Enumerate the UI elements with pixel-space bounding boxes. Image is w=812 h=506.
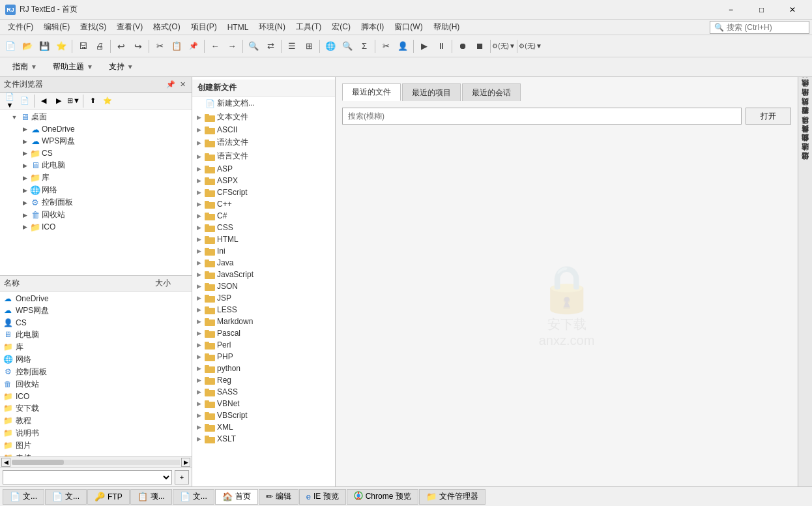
new-file-item[interactable]: ▶ VBScript	[192, 409, 335, 421]
new-file-item[interactable]: ▶ HTML	[192, 233, 335, 245]
redo-btn[interactable]: ↪	[130, 38, 146, 54]
new-file-item[interactable]: ▶ VBNet	[192, 398, 335, 409]
new-file-item[interactable]: ▶ SASS	[192, 386, 335, 398]
person-btn[interactable]: 👤	[395, 38, 411, 54]
script-btn[interactable]: ⚙(无)▼	[520, 38, 541, 54]
star-btn[interactable]: ⭐	[53, 38, 69, 54]
new-doc-item[interactable]: 📄 新建文档...	[192, 97, 335, 110]
bottom-tab-chrome[interactable]: Chrome 预览	[347, 489, 418, 505]
sidebar-indent-state[interactable]: 缩进状态	[799, 153, 811, 160]
new-file-item[interactable]: ▶ Pascal	[192, 327, 335, 339]
list-item[interactable]: 🖥 此电脑	[0, 329, 192, 341]
menu-project[interactable]: 项目(P)	[186, 20, 222, 34]
file-search-input[interactable]	[342, 108, 742, 125]
search2-btn[interactable]: 🔍	[340, 38, 355, 54]
cut-btn[interactable]: ✂	[152, 38, 167, 54]
menu-search-input[interactable]	[727, 23, 805, 32]
format2-btn[interactable]: ⊞	[301, 38, 317, 54]
list-item[interactable]: 📁 图片	[0, 439, 192, 452]
new-file-item[interactable]: ▶ LESS	[192, 304, 335, 316]
tree-item-network[interactable]: ▶ 🌐 网络	[0, 184, 192, 196]
bottom-tab-ie[interactable]: e IE 预览	[299, 489, 346, 505]
bottom-tab-filemanager[interactable]: 📁 文件管理器	[419, 489, 486, 505]
fb-file-btn[interactable]: 📄	[18, 95, 32, 108]
web-btn[interactable]: 🌐	[323, 38, 338, 54]
new-file-item[interactable]: ▶ JavaScript	[192, 269, 335, 280]
sidebar-key-bind[interactable]: 键绑定信息	[799, 162, 811, 170]
close-button[interactable]: ✕	[777, 3, 807, 16]
tab-recent-files[interactable]: 最近的文件	[342, 83, 401, 101]
scissors-btn[interactable]: ✂	[378, 38, 394, 54]
new-file-item[interactable]: ▶ ASP	[192, 163, 335, 175]
list-item[interactable]: 📁 说明书	[0, 427, 192, 439]
print-btn[interactable]: 🖨	[92, 38, 108, 54]
menu-tools[interactable]: 工具(T)	[291, 20, 326, 34]
replace-btn[interactable]: ⇄	[263, 38, 278, 54]
list-item[interactable]: 👤 CS	[0, 317, 192, 329]
scroll-right-btn[interactable]: ▶	[181, 458, 190, 467]
macro-btn[interactable]: ⚙(无)▼	[493, 38, 514, 54]
tree-item-lib[interactable]: ▶ 📁 库	[0, 171, 192, 184]
open-folder-btn[interactable]: 📂	[20, 38, 35, 54]
undo-btn[interactable]: ↩	[113, 38, 129, 54]
new-file-item[interactable]: ▶ XML	[192, 421, 335, 433]
tree-item-mypc[interactable]: ▶ 🖥 此电脑	[0, 159, 192, 171]
new-file-item[interactable]: ▶ Reg	[192, 374, 335, 386]
new-file-item[interactable]: ▶ Ini	[192, 245, 335, 257]
bottom-tab-doc2[interactable]: 📄 文...	[45, 489, 87, 505]
new-file-item[interactable]: ▶ JSP	[192, 292, 335, 304]
minimize-button[interactable]: −	[716, 3, 746, 16]
tree-item-cs[interactable]: ▶ 📁 CS	[0, 147, 192, 159]
sidebar-new-doc[interactable]: 新建文档	[799, 80, 811, 87]
new-file-item[interactable]: ▶ C#	[192, 210, 335, 222]
new-file-item[interactable]: ▶ ASCII	[192, 124, 335, 136]
paste-btn[interactable]: 📌	[186, 38, 201, 54]
scroll-left-btn[interactable]: ◀	[1, 458, 10, 467]
tree-item-recycle[interactable]: ▶ 🗑 回收站	[0, 209, 192, 221]
list-item[interactable]: 📁 安下载	[0, 402, 192, 415]
menu-file[interactable]: 文件(F)	[3, 20, 38, 34]
list-item[interactable]: 📁 库	[0, 341, 192, 353]
guide-btn[interactable]: 指南 ▼	[5, 59, 44, 74]
menu-help[interactable]: 帮助(H)	[428, 20, 465, 34]
tree-item-desktop[interactable]: ▼ 🖥 桌面	[0, 111, 192, 123]
new-file-item[interactable]: ▶ 语言文件	[192, 149, 335, 163]
fb-new-btn[interactable]: 📄▼	[3, 95, 17, 108]
stop-btn[interactable]: ⏹	[472, 38, 487, 54]
format1-btn[interactable]: ☰	[284, 38, 300, 54]
menu-edit[interactable]: 编辑(E)	[38, 20, 75, 34]
new-file-item[interactable]: ▶ 文本文件	[192, 110, 335, 124]
sidebar-output[interactable]: 输出结果	[799, 98, 811, 106]
tab-recent-projects[interactable]: 最近的项目	[402, 83, 461, 101]
list-item[interactable]: 📁 教程	[0, 415, 192, 427]
help-topics-btn[interactable]: 帮助主题 ▼	[46, 59, 100, 74]
tree-item-ico[interactable]: ▶ 📁 ICO	[0, 221, 192, 233]
sum-btn[interactable]: Σ	[356, 38, 372, 54]
menu-format[interactable]: 格式(O)	[148, 20, 185, 34]
new-file-item[interactable]: ▶ PHP	[192, 351, 335, 363]
sidebar-browse-target[interactable]: 浏览目标	[799, 107, 811, 115]
list-item[interactable]: 📁 ICO	[0, 391, 192, 402]
list-item[interactable]: ☁ WPS网盘	[0, 305, 192, 317]
fb-back-btn[interactable]: ◀	[36, 95, 51, 108]
tab-recent-sessions[interactable]: 最近的会话	[462, 83, 521, 101]
nav-back-btn[interactable]: ←	[207, 38, 223, 54]
new-file-item[interactable]: ▶ C++	[192, 198, 335, 210]
new-file-item[interactable]: ▶ JSON	[192, 280, 335, 292]
sidebar-new-func[interactable]: 新化文件功能	[799, 143, 811, 151]
new-btn[interactable]: 📄	[3, 38, 18, 54]
pause-btn[interactable]: ⏸	[433, 38, 449, 54]
list-item[interactable]: 📁 未传	[0, 452, 192, 457]
sidebar-find-results[interactable]: 查找结果	[799, 89, 811, 97]
bottom-tab-ftp[interactable]: 🔑 FTP	[87, 489, 130, 505]
new-file-item[interactable]: ▶ Markdown	[192, 316, 335, 327]
list-item[interactable]: 🌐 网络	[0, 353, 192, 366]
new-file-item[interactable]: ▶ CSS	[192, 222, 335, 233]
new-file-item[interactable]: ▶ ASPX	[192, 175, 335, 186]
fb-close-icon[interactable]: ✕	[177, 80, 188, 90]
sidebar-current-file[interactable]: 当前文件目标	[799, 134, 811, 142]
list-item[interactable]: ⚙ 控制面板	[0, 366, 192, 378]
maximize-button[interactable]: □	[747, 3, 776, 16]
bottom-tab-doc1[interactable]: 📄 文...	[3, 489, 44, 505]
fb-path-select[interactable]	[3, 470, 172, 484]
